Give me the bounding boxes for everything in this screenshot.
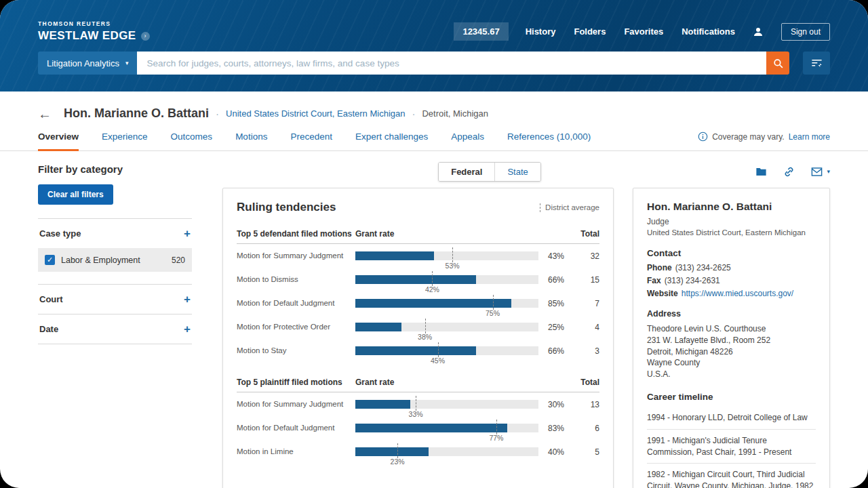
grant-rate-value: 25% bbox=[538, 323, 572, 332]
bar-fill bbox=[355, 346, 476, 355]
filter-section-header-court[interactable]: Court+ bbox=[38, 285, 192, 314]
grant-rate-column-header: Grant rate bbox=[355, 378, 572, 387]
nav-link-notifications[interactable]: Notifications bbox=[682, 26, 735, 37]
district-average-marker bbox=[397, 443, 398, 458]
separator-dot: · bbox=[216, 108, 219, 119]
address-line: U.S.A. bbox=[647, 369, 816, 380]
district-average-marker-icon bbox=[540, 203, 540, 212]
filter-section-header-date[interactable]: Date+ bbox=[38, 314, 192, 344]
tabs: OverviewExperienceOutcomesMotionsPrecede… bbox=[38, 131, 591, 150]
grant-rate-value: 66% bbox=[538, 346, 572, 356]
total-value: 15 bbox=[572, 275, 599, 285]
header-row: THOMSON REUTERS WESTLAW EDGE › 12345.67 … bbox=[38, 20, 830, 43]
tab-overview[interactable]: Overview bbox=[38, 131, 79, 150]
motion-name: Motion for Summary Judgment bbox=[237, 400, 355, 409]
motion-name: Motion to Stay bbox=[237, 346, 355, 356]
clear-all-filters-button[interactable]: Clear all filters bbox=[38, 184, 113, 205]
bar-fill bbox=[355, 447, 429, 456]
tab-appeals[interactable]: Appeals bbox=[451, 131, 484, 150]
expand-plus-icon[interactable]: + bbox=[184, 293, 191, 305]
judge-header: ← Hon. Marianne O. Battani · United Stat… bbox=[0, 92, 868, 121]
save-to-folder-button[interactable] bbox=[755, 165, 768, 178]
folder-icon bbox=[755, 165, 768, 178]
judge-court-link[interactable]: United States District Court, Eastern Mi… bbox=[226, 108, 405, 119]
nav-link-folders[interactable]: Folders bbox=[574, 26, 606, 37]
grant-rate-value: 43% bbox=[538, 251, 572, 261]
career-entry: 1991 - Michigan's Judicial Tenure Commis… bbox=[647, 430, 816, 464]
total-value: 3 bbox=[572, 346, 599, 356]
tab-references-10-000[interactable]: References (10,000) bbox=[507, 131, 591, 150]
client-id-badge[interactable]: 12345.67 bbox=[454, 22, 508, 41]
brand-logo[interactable]: THOMSON REUTERS WESTLAW EDGE › bbox=[38, 20, 150, 43]
total-value: 6 bbox=[572, 424, 599, 433]
career-timeline-heading: Career timeline bbox=[647, 392, 816, 402]
brand-name: WESTLAW EDGE bbox=[38, 29, 136, 43]
jurisdiction-toggle-state[interactable]: State bbox=[494, 163, 540, 181]
user-account-icon[interactable] bbox=[752, 26, 764, 38]
phone-value: (313) 234-2625 bbox=[675, 263, 731, 272]
filter-checkbox[interactable]: ✓ bbox=[45, 255, 55, 265]
website-link[interactable]: https://www.mied.uscourts.gov/ bbox=[682, 289, 793, 298]
nav-link-favorites[interactable]: Favorites bbox=[624, 26, 663, 37]
bar-fill bbox=[355, 424, 507, 432]
total-value: 4 bbox=[572, 323, 599, 332]
contact-heading: Contact bbox=[647, 248, 816, 258]
jurisdiction-toggle: FederalState bbox=[438, 162, 541, 182]
motion-row-motion-for-summary-judgment: Motion for Summary Judgment53%43%32 bbox=[237, 244, 599, 268]
district-average-legend-label: District average bbox=[545, 203, 599, 211]
filter-section-label: Case type bbox=[39, 228, 81, 239]
grant-rate-bar: 23% bbox=[355, 440, 538, 464]
back-arrow-icon[interactable]: ← bbox=[38, 107, 52, 121]
bar-fill bbox=[355, 323, 401, 331]
main-content: FederalState ▾ bbox=[222, 151, 830, 488]
address-lines: Theodore Levin U.S. Courthouse231 W. Laf… bbox=[647, 323, 816, 380]
tab-expert-challenges[interactable]: Expert challenges bbox=[355, 131, 428, 150]
judge-profile-card: Hon. Marianne O. Battani Judge United St… bbox=[633, 188, 830, 488]
email-icon bbox=[810, 165, 823, 178]
search-button[interactable] bbox=[766, 52, 789, 75]
info-icon[interactable] bbox=[698, 131, 708, 142]
learn-more-link[interactable]: Learn more bbox=[789, 132, 830, 142]
total-value: 5 bbox=[572, 447, 599, 457]
coverage-text: Coverage may vary. bbox=[712, 132, 784, 142]
filter-section-header-case-type[interactable]: Case type+ bbox=[38, 219, 192, 248]
jurisdiction-toggle-federal[interactable]: Federal bbox=[439, 163, 494, 181]
bar-fill bbox=[355, 299, 511, 308]
tab-experience[interactable]: Experience bbox=[102, 131, 148, 150]
expand-plus-icon[interactable]: + bbox=[184, 228, 191, 239]
motion-name: Motion for Protective Order bbox=[237, 323, 355, 332]
brand-arrow-icon: › bbox=[141, 32, 150, 41]
nav-link-history[interactable]: History bbox=[526, 26, 556, 37]
tab-precedent[interactable]: Precedent bbox=[290, 131, 332, 150]
grant-rate-bar: 38% bbox=[355, 315, 538, 339]
email-dropdown-button[interactable]: ▾ bbox=[810, 165, 830, 178]
search-input[interactable] bbox=[137, 52, 766, 75]
profile-role: Judge bbox=[647, 217, 816, 226]
website-line: Websitehttps://www.mied.uscourts.gov/ bbox=[647, 289, 816, 298]
grant-rate-bar: 45% bbox=[355, 339, 538, 363]
separator-dot: · bbox=[412, 108, 415, 119]
advanced-search-icon bbox=[810, 57, 823, 70]
judge-name: Hon. Marianne O. Battani bbox=[64, 106, 209, 121]
profile-name: Hon. Marianne O. Battani bbox=[647, 201, 816, 213]
website-label: Website bbox=[647, 289, 678, 298]
expand-plus-icon[interactable]: + bbox=[184, 323, 191, 335]
grant-rate-bar: 42% bbox=[355, 268, 538, 291]
chevron-down-icon: ▾ bbox=[125, 60, 129, 66]
ruling-card-title: Ruling tendencies bbox=[237, 201, 336, 214]
advanced-search-button[interactable] bbox=[803, 52, 830, 75]
westlaw-edge-window: THOMSON REUTERS WESTLAW EDGE › 12345.67 … bbox=[0, 0, 868, 488]
grant-rate-bar: 53% bbox=[355, 244, 538, 268]
tab-outcomes[interactable]: Outcomes bbox=[171, 131, 213, 150]
district-average-marker bbox=[416, 396, 416, 411]
tabs-row: OverviewExperienceOutcomesMotionsPrecede… bbox=[0, 131, 868, 151]
filter-item-labor-employment[interactable]: ✓Labor & Employment520 bbox=[38, 248, 192, 272]
motion-group-title: Top 5 plaintiff filed motions bbox=[237, 378, 355, 387]
search-scope-dropdown[interactable]: Litigation Analytics ▾ bbox=[38, 52, 137, 75]
address-line: Detroit, Michigan 48226 bbox=[647, 346, 816, 358]
sign-out-button[interactable]: Sign out bbox=[781, 23, 830, 41]
motion-row-motion-for-default-judgment: Motion for Default Judgment77%83%6 bbox=[237, 416, 599, 440]
copy-link-button[interactable] bbox=[783, 165, 795, 178]
motion-name: Motion for Default Judgment bbox=[237, 424, 355, 433]
tab-motions[interactable]: Motions bbox=[235, 131, 267, 150]
